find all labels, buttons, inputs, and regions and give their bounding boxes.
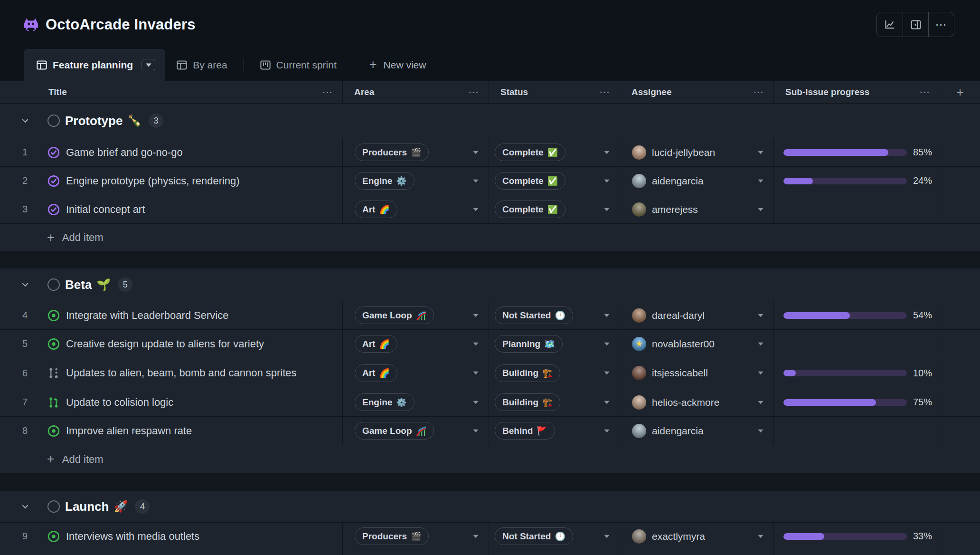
issue-title[interactable]: Game brief and go-no-go bbox=[66, 146, 183, 159]
status-cell[interactable]: Planning🗺️ bbox=[489, 330, 620, 358]
assignee-cell[interactable]: aidengarcia bbox=[620, 417, 774, 445]
status-cell[interactable]: Building🏗️ bbox=[489, 388, 620, 416]
title-cell[interactable]: 6 Updates to alien, beam, bomb and canno… bbox=[0, 358, 343, 388]
issue-title[interactable]: Engine prototype (physics, rendering) bbox=[66, 175, 240, 187]
issue-title[interactable]: Initial concept art bbox=[66, 203, 145, 216]
caret-down-icon[interactable] bbox=[473, 429, 478, 432]
caret-down-icon[interactable] bbox=[473, 535, 478, 537]
area-pill[interactable]: Engine⚙️ bbox=[355, 393, 415, 411]
status-cell[interactable]: Behind🚩 bbox=[489, 417, 620, 445]
caret-down-icon[interactable] bbox=[473, 401, 478, 403]
caret-down-icon[interactable] bbox=[758, 401, 763, 403]
view-menu-button[interactable] bbox=[141, 59, 155, 71]
caret-down-icon[interactable] bbox=[758, 179, 763, 182]
caret-down-icon[interactable] bbox=[604, 179, 609, 182]
caret-down-icon[interactable] bbox=[604, 401, 609, 403]
area-pill[interactable]: Producers🎬 bbox=[355, 527, 429, 545]
new-view-button[interactable]: + New view bbox=[358, 49, 438, 81]
insights-button[interactable] bbox=[877, 12, 903, 37]
status-pill[interactable]: Complete✅ bbox=[495, 201, 565, 218]
status-cell[interactable]: Building🏗️ bbox=[489, 358, 620, 388]
title-cell[interactable]: 3 Initial concept art bbox=[0, 195, 343, 223]
assignee-cell[interactable]: lucid-jellybean bbox=[620, 138, 774, 166]
status-pill[interactable]: Complete✅ bbox=[495, 172, 565, 190]
area-pill[interactable]: Engine⚙️ bbox=[355, 172, 415, 190]
more-options-button[interactable]: ⋯ bbox=[928, 12, 954, 37]
issue-title[interactable]: Update to colision logic bbox=[66, 396, 173, 409]
column-header-status[interactable]: Status ⋯ bbox=[489, 81, 620, 103]
status-pill[interactable]: Not Started🕛 bbox=[495, 527, 573, 545]
area-cell[interactable]: Game Loop🎢 bbox=[343, 301, 489, 329]
status-cell[interactable]: Complete✅ bbox=[489, 138, 620, 166]
caret-down-icon[interactable] bbox=[758, 342, 763, 345]
column-header-progress[interactable]: Sub-issue progress ⋯ bbox=[774, 81, 940, 103]
assignee-cell[interactable]: ★ novablaster00 bbox=[620, 330, 774, 358]
tab-current-sprint[interactable]: Current sprint bbox=[249, 49, 348, 81]
caret-down-icon[interactable] bbox=[604, 429, 609, 432]
assignee-cell[interactable]: dareal-daryl bbox=[620, 301, 774, 329]
title-cell[interactable]: 1 Game brief and go-no-go bbox=[0, 138, 343, 166]
caret-down-icon[interactable] bbox=[604, 208, 609, 211]
column-header-title[interactable]: Title ⋯ bbox=[0, 81, 343, 103]
kebab-icon[interactable]: ⋯ bbox=[468, 90, 489, 95]
assignee-cell[interactable]: aidengarcia bbox=[620, 167, 774, 195]
column-header-area[interactable]: Area ⋯ bbox=[343, 81, 489, 103]
title-cell[interactable]: 7 Update to colision logic bbox=[0, 388, 343, 416]
title-cell[interactable]: 4 Integrate with Leaderboard Service bbox=[0, 301, 343, 329]
caret-down-icon[interactable] bbox=[473, 179, 478, 182]
caret-down-icon[interactable] bbox=[758, 372, 763, 374]
title-cell[interactable]: 9 Interviews with media outlets bbox=[0, 523, 343, 550]
issue-title[interactable]: Improve alien respawn rate bbox=[66, 425, 192, 437]
caret-down-icon[interactable] bbox=[604, 314, 609, 316]
add-item-button[interactable]: + Add item bbox=[0, 445, 980, 474]
add-item-button[interactable]: + Add item bbox=[0, 224, 980, 252]
caret-down-icon[interactable] bbox=[473, 151, 478, 153]
issue-title[interactable]: Integrate with Leaderboard Service bbox=[66, 309, 228, 322]
area-cell[interactable]: Engine⚙️ bbox=[343, 388, 489, 416]
caret-down-icon[interactable] bbox=[604, 535, 609, 537]
caret-down-icon[interactable] bbox=[473, 372, 478, 374]
caret-down-icon[interactable] bbox=[473, 314, 478, 316]
caret-down-icon[interactable] bbox=[604, 372, 609, 374]
kebab-icon[interactable]: ⋯ bbox=[599, 90, 620, 95]
assignee-cell[interactable]: amerejess bbox=[620, 195, 774, 223]
caret-down-icon[interactable] bbox=[758, 208, 763, 211]
issue-title[interactable]: Creative design update to aliens for var… bbox=[66, 338, 264, 350]
chevron-down-icon[interactable] bbox=[21, 280, 29, 289]
status-pill[interactable]: Not Started🕛 bbox=[495, 306, 573, 324]
caret-down-icon[interactable] bbox=[758, 429, 763, 432]
assignee-cell[interactable]: itsjessicabell bbox=[620, 358, 774, 388]
caret-down-icon[interactable] bbox=[604, 342, 609, 345]
area-cell[interactable]: Art🌈 bbox=[343, 358, 489, 388]
status-cell[interactable]: Complete✅ bbox=[489, 167, 620, 195]
assignee-cell[interactable]: helios-ackmore bbox=[620, 388, 774, 416]
status-cell[interactable]: Complete✅ bbox=[489, 195, 620, 223]
group-header-launch[interactable]: Launch 🚀 4 bbox=[0, 491, 980, 523]
kebab-icon[interactable]: ⋯ bbox=[322, 90, 342, 95]
area-cell[interactable]: Engine⚙️ bbox=[343, 167, 489, 195]
caret-down-icon[interactable] bbox=[758, 535, 763, 537]
column-header-assignee[interactable]: Assignee ⋯ bbox=[620, 81, 774, 103]
area-pill[interactable]: Art🌈 bbox=[355, 335, 397, 353]
status-cell[interactable]: Not Started🕛 bbox=[489, 301, 620, 329]
area-pill[interactable]: Art🌈 bbox=[355, 201, 397, 218]
title-cell[interactable]: 8 Improve alien respawn rate bbox=[0, 417, 343, 445]
area-pill[interactable]: Art🌈 bbox=[355, 364, 397, 382]
tab-by-area[interactable]: By area bbox=[165, 49, 238, 81]
assignee-cell[interactable]: exactlymyra bbox=[620, 523, 774, 550]
status-pill[interactable]: Behind🚩 bbox=[495, 422, 555, 440]
tab-feature-planning[interactable]: Feature planning bbox=[24, 49, 165, 81]
area-pill[interactable]: Game Loop🎢 bbox=[355, 306, 434, 324]
caret-down-icon[interactable] bbox=[604, 151, 609, 153]
area-pill[interactable]: Producers🎬 bbox=[355, 144, 429, 161]
caret-down-icon[interactable] bbox=[758, 151, 763, 153]
chevron-down-icon[interactable] bbox=[21, 116, 29, 125]
caret-down-icon[interactable] bbox=[473, 208, 478, 211]
issue-title[interactable]: Interviews with media outlets bbox=[66, 530, 199, 543]
title-cell[interactable]: 2 Engine prototype (physics, rendering) bbox=[0, 167, 343, 195]
chevron-down-icon[interactable] bbox=[21, 502, 29, 511]
kebab-icon[interactable]: ⋯ bbox=[753, 90, 773, 95]
status-pill[interactable]: Planning🗺️ bbox=[495, 335, 563, 353]
area-cell[interactable]: Art🌈 bbox=[343, 195, 489, 223]
status-pill[interactable]: Building🏗️ bbox=[495, 364, 560, 382]
